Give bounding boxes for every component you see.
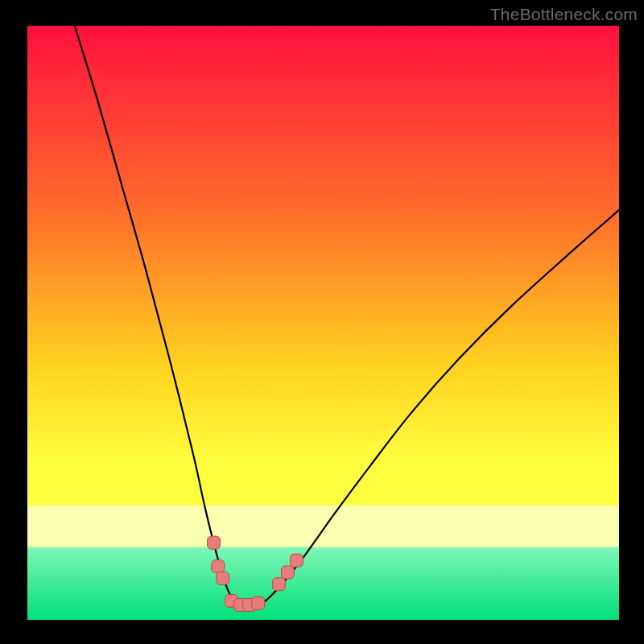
marker-right-cluster-3 (290, 554, 303, 567)
watermark-text: TheBottleneck.com (490, 5, 638, 24)
marker-left-cluster-2 (212, 560, 225, 573)
marker-left-cluster-3 (217, 572, 229, 584)
chart-frame: TheBottleneck.com (0, 0, 644, 644)
marker-right-cluster-1 (272, 578, 285, 591)
marker-right-cluster-2 (281, 566, 294, 579)
bottleneck-curve (27, 26, 619, 620)
plot-area (27, 26, 619, 620)
marker-floor-4 (252, 597, 265, 609)
marker-left-cluster-1 (208, 536, 221, 549)
